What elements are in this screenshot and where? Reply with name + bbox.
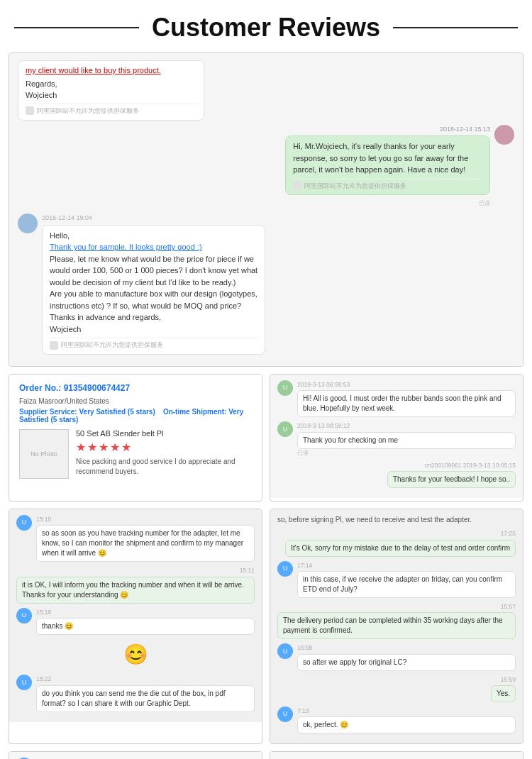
chat-content-2r-1: 2019-3-13 06:58:53 Hi! All is good. I mu… — [297, 380, 516, 417]
chat-row-2r-1: U 2019-3-13 06:58:53 Hi! All is good. I … — [277, 380, 516, 417]
chat-regards: Regards,Wojciech — [26, 79, 196, 101]
page-title: Customer Reviews — [152, 13, 380, 43]
chat-bubble-left-2: Hello,Thank you for sample. It looks pre… — [42, 225, 265, 355]
chat-area-1: my client would like to buy this product… — [9, 53, 523, 366]
product-info: 50 Set AB Slender belt Pl ★★★★★ Nice pac… — [76, 429, 252, 477]
chat-area-2r: U 2019-3-13 06:58:53 Hi! All is good. I … — [270, 375, 523, 499]
panel-row-2: Order No.: 91354900674427 Faiza Masroor/… — [9, 374, 523, 502]
header-line-right — [393, 27, 518, 28]
avatar-3l-3: U — [16, 608, 32, 624]
product-row: No Photo 50 Set AB Slender belt Pl ★★★★★… — [19, 429, 252, 479]
chat-area-4r: cn200109061 2019-2-26 11:49:14 Hi Shanel… — [270, 752, 523, 759]
chat-content-3l-2: 15:11 it is OK, I will inform you the tr… — [16, 566, 255, 603]
chat-underline-text: my client would like to buy this product… — [26, 65, 196, 76]
chat-row-3r-3: 15:57 The delivery period can be complet… — [277, 602, 516, 639]
service-info: Supplier Service: Very Satisfied (5 star… — [19, 408, 252, 423]
review-panel-1: my client would like to buy this product… — [9, 52, 523, 367]
chat-bubble-2r-2: Thank you for checking on me — [297, 432, 516, 449]
chat-content-3l-1: 15:10 so as soon as you have tracking nu… — [36, 515, 255, 562]
reviews-grid: my client would like to buy this product… — [0, 52, 532, 759]
avatar-2r-1: U — [277, 380, 293, 396]
sig-icon-r1 — [293, 182, 301, 190]
intro-3r: so, before signing Pl, we need to receiv… — [277, 515, 516, 526]
chat-area-4l: U 2019-1-24 10:08:33 Hi 👋 U 2019-1-24 10… — [9, 752, 262, 759]
header-line-left — [14, 27, 139, 28]
chat-row-3l-4: U 15:22 do you think you can send me the… — [16, 675, 255, 711]
review-panel-3-left: U 15:10 so as soon as you have tracking … — [9, 509, 262, 744]
star-rating: ★★★★★ — [76, 441, 252, 454]
sig-icon — [26, 106, 34, 115]
chat-content-2r-3: cn200109061 2019-3-13 10:05:15 Thanks fo… — [277, 461, 516, 488]
chat-time-right-1: 2018-12-14 15:13 — [217, 125, 490, 135]
chat-sig-2: 阿里国际站不允许为您提供担保服务 — [50, 338, 257, 350]
read-label-1: 已读 — [217, 199, 490, 208]
chat-sig-1: 阿里国际站不允许为您提供担保服务 — [26, 104, 196, 116]
chat-area-3l: U 15:10 so as soon as you have tracking … — [9, 509, 262, 722]
emoji-3l: 😊 — [16, 641, 255, 670]
page-header: Customer Reviews — [0, 0, 532, 52]
chat-row-3l-3: U 15:18 thanks 😊 — [16, 608, 255, 635]
chat-row-2r-2: U 2019-3-13 08:59:12 Thank you for check… — [277, 421, 516, 457]
product-image: No Photo — [19, 429, 69, 479]
chat-row-3l-1: U 15:10 so as soon as you have tracking … — [16, 515, 255, 562]
bubble-3l-1: so as soon as you have tracking number f… — [36, 525, 255, 562]
chat-bubble-2r-1: Hi! All is good. I must order the rubber… — [297, 390, 516, 417]
avatar-3l-1: U — [16, 515, 32, 531]
chat-bubble-left-1: my client would like to buy this product… — [18, 60, 204, 121]
chat-bubble-2r-3: Thanks for your feedback! I hope so.. — [387, 471, 516, 488]
panel-row-4: U 2019-1-24 10:08:33 Hi 👋 U 2019-1-24 10… — [9, 751, 523, 759]
review-panel-4-right: cn200109061 2019-2-26 11:49:14 Hi Shanel… — [270, 751, 523, 759]
chat-sig-right-1: 阿里国际站不允许为您提供担保服务 — [293, 179, 482, 191]
buyer-info: Faiza Masroor/United States — [19, 397, 252, 405]
avatar-3l-4: U — [16, 675, 32, 690]
review-panel-2-left: Order No.: 91354900674427 Faiza Masroor/… — [9, 374, 262, 502]
chat-row-3r-2: U 17:14 in this case, if we receive the … — [277, 561, 516, 598]
review-text: Nice packing and good service I do appre… — [76, 457, 252, 477]
chat-meta-2r-3: cn200109061 2019-3-13 10:05:15 — [425, 461, 516, 470]
chat-row-2r-3: cn200109061 2019-3-13 10:05:15 Thanks fo… — [277, 461, 516, 488]
chat-content-2r-2: 2019-3-13 08:59:12 Thank you for checkin… — [297, 421, 516, 457]
chat-row-3r-5: 15:59 Yes. — [277, 675, 516, 702]
order-panel: Order No.: 91354900674427 Faiza Masroor/… — [9, 375, 262, 487]
avatar-2r-2: U — [277, 421, 293, 437]
chat-row-3l-2: 15:11 it is OK, I will inform you the tr… — [16, 566, 255, 603]
chat-meta-2r-2: 2019-3-13 08:59:12 — [297, 421, 516, 430]
product-name: 50 Set AB Slender belt Pl — [76, 429, 252, 438]
review-panel-2-right: U 2019-3-13 06:58:53 Hi! All is good. I … — [270, 374, 523, 502]
chat-meta-2r-1: 2019-3-13 06:58:53 — [297, 380, 516, 389]
bubble-3l-4: do you think you can send me the die cut… — [36, 685, 255, 712]
chat-row-3r-4: U 15:58 so after we apply for original L… — [277, 643, 516, 670]
panel-row-3: U 15:10 so as soon as you have tracking … — [9, 509, 523, 744]
bubble-3l-2: it is OK, I will inform you the tracking… — [16, 577, 255, 604]
chat-area-3r: so, before signing Pl, we need to receiv… — [270, 509, 523, 743]
chat-row-3r-6: U 7:13 ok, perfect. 😊 — [277, 707, 516, 733]
chat-row-3r-1: 17:25 It's Ok, sorry for my mistake due … — [277, 529, 516, 556]
chat-content-3l-3: 15:18 thanks 😊 — [36, 608, 255, 635]
sig-icon-2 — [50, 341, 58, 350]
review-panel-3-right: so, before signing Pl, we need to receiv… — [270, 509, 523, 744]
review-panel-4-left: U 2019-1-24 10:08:33 Hi 👋 U 2019-1-24 10… — [9, 751, 262, 759]
bubble-3l-3: thanks 😊 — [36, 618, 255, 635]
chat-time-left-2: 2018-12-14 19:04 — [42, 214, 265, 223]
chat-bubble-right-1: Hi, Mr.Wojciech, it's really thanks for … — [285, 135, 490, 195]
order-number: Order No.: 91354900674427 — [19, 383, 252, 393]
chat-content-3l-4: 15:22 do you think you can send me the d… — [36, 675, 255, 711]
